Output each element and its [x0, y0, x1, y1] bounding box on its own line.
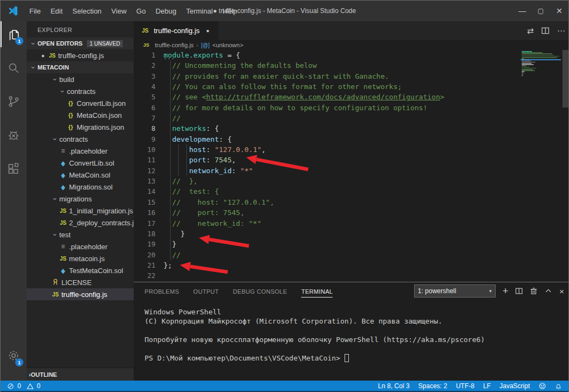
status-eol[interactable]: LF — [483, 382, 491, 390]
tab-truffle-config[interactable]: JS truffle-config.js ● — [134, 21, 218, 40]
breadcrumb-symbol[interactable]: <unknown> — [212, 42, 243, 48]
warnings-count[interactable]: 0 — [37, 382, 41, 390]
code-line-10[interactable]: 10 host: "127.0.0.1", — [134, 144, 569, 155]
status-indentation[interactable]: Spaces: 2 — [418, 382, 447, 390]
code-line-8[interactable]: 8 networks: { — [134, 123, 569, 134]
tree-item-contracts[interactable]: ›contracts — [27, 133, 134, 145]
panel-tab-terminal[interactable]: TERMINAL — [301, 286, 333, 298]
warnings-icon[interactable] — [27, 382, 34, 390]
indent-guide — [186, 166, 187, 176]
code-line-9[interactable]: 9 development: { — [134, 134, 569, 144]
code-line-2[interactable]: 2 // Uncommenting the defaults below — [134, 60, 569, 71]
modified-dot-icon[interactable]: ● — [39, 53, 47, 59]
project-section-header[interactable]: › METACOIN — [27, 61, 134, 73]
feedback-smiley-icon[interactable] — [539, 382, 546, 390]
modified-dot-icon[interactable]: ● — [203, 28, 212, 34]
panel-tab-debug-console[interactable]: DEBUG CONSOLE — [233, 286, 287, 297]
code-line-1[interactable]: 1module.exports = {··· — [134, 50, 569, 60]
terminal-shell-select[interactable]: 1: powershell ▾ — [414, 284, 496, 298]
tree-item-testmetacoin-sol[interactable]: ◆TestMetaCoin.sol — [27, 264, 134, 276]
new-terminal-icon[interactable]: + — [503, 286, 509, 296]
tree-item-build[interactable]: ›build — [27, 73, 134, 85]
close-panel-icon[interactable]: × — [559, 287, 564, 295]
line-number: 1 — [134, 50, 155, 60]
status-encoding[interactable]: UTF-8 — [456, 382, 474, 390]
tree-item-test[interactable]: ›test — [27, 229, 134, 241]
code-line-18[interactable]: 18 } — [134, 229, 569, 239]
tree-item-label: Migrations.json — [77, 123, 124, 131]
code-line-7[interactable]: 7 // — [134, 113, 569, 123]
code-line-17[interactable]: 17 // network_id: "*" — [134, 218, 569, 229]
tree-item-2-deploy-contracts-js[interactable]: JS2_deploy_contracts.js — [27, 217, 134, 229]
menu-terminal[interactable]: Terminal — [181, 5, 217, 17]
errors-icon[interactable] — [7, 382, 14, 390]
activitybar-settings[interactable]: 1 — [1, 343, 27, 369]
tree-item-1-initial-migration-js[interactable]: JS1_initial_migration.js — [27, 205, 134, 217]
status-language-mode[interactable]: JavaScript — [499, 382, 530, 390]
code-line-5[interactable]: 5 // see <http://truffleframework.com/do… — [134, 92, 569, 102]
split-terminal-icon[interactable] — [515, 287, 523, 295]
code-line-12[interactable]: 12 network_id: "*" — [134, 166, 569, 176]
tree-item-migrations-json[interactable]: {}Migrations.json — [27, 121, 134, 133]
open-editors-header[interactable]: › OPEN EDITORS 1 UNSAVED — [27, 37, 134, 49]
activitybar-debug[interactable] — [1, 122, 27, 148]
close-button[interactable]: ✕ — [550, 1, 568, 21]
tree-item-migrations-sol[interactable]: ◆Migrations.sol — [27, 181, 134, 193]
activitybar-search[interactable] — [1, 55, 27, 81]
tree-item-metacoin-sol[interactable]: ◆MetaCoin.sol — [27, 169, 134, 181]
panel-tab-problems[interactable]: PROBLEMS — [145, 286, 179, 297]
status-cursor-position[interactable]: Ln 8, Col 3 — [378, 382, 410, 390]
activitybar-extensions[interactable] — [1, 156, 27, 182]
code-line-19[interactable]: 19 } — [134, 239, 569, 249]
activitybar-explorer[interactable]: 1 — [1, 21, 27, 47]
menu-selection[interactable]: Selection — [67, 5, 106, 17]
open-editor-item[interactable]: ●JStruffle-config.js — [27, 49, 134, 61]
code-line-6[interactable]: 6 // for more details on how to specify … — [134, 103, 569, 113]
terminal-output[interactable]: Windows PowerShell(C) Корпорация Майкрос… — [134, 301, 569, 363]
kill-terminal-trash-icon[interactable] — [530, 287, 537, 295]
menu-go[interactable]: Go — [132, 5, 151, 17]
menu-edit[interactable]: Edit — [46, 5, 67, 17]
code-line-4[interactable]: 4 // You can also follow this format for… — [134, 81, 569, 92]
tree-item-contracts[interactable]: ›contracts — [27, 85, 134, 97]
code-line-16[interactable]: 16 // port: 7545, — [134, 207, 569, 218]
code-line-21[interactable]: 21}; — [134, 260, 569, 270]
indent-guide — [170, 103, 171, 113]
breadcrumb-file[interactable]: truffle-config.js — [155, 42, 193, 48]
editor-scrollbar[interactable] — [562, 50, 569, 108]
menu-view[interactable]: View — [107, 5, 132, 17]
tree-item-metacoin-json[interactable]: {}MetaCoin.json — [27, 109, 134, 121]
tree-item-convertlib-sol[interactable]: ◆ConvertLib.sol — [27, 157, 134, 169]
split-editor-icon[interactable] — [541, 27, 549, 35]
code-text: } — [164, 229, 185, 239]
code-line-11[interactable]: 11 port: 7545, — [134, 155, 569, 165]
minimize-button[interactable]: — — [513, 1, 532, 21]
code-line-20[interactable]: 20 // — [134, 250, 569, 260]
outline-section-header[interactable]: › OUTLINE — [27, 368, 134, 381]
tree-item-truffle-config-js[interactable]: JStruffle-config.js — [27, 288, 134, 300]
notifications-bell-icon[interactable] — [555, 382, 562, 390]
maximize-panel-chevron-icon[interactable] — [545, 287, 552, 295]
panel-tab-output[interactable]: OUTPUT — [193, 286, 219, 297]
tree-item--placeholder[interactable]: ≡.placeholder — [27, 145, 134, 157]
code-line-15[interactable]: 15 // host: "127.0.0.1", — [134, 197, 569, 207]
code-line-13[interactable]: 13 // }, — [134, 176, 569, 186]
tree-item--placeholder[interactable]: ≡.placeholder — [27, 241, 134, 252]
more-actions-icon[interactable]: ⋯ — [557, 26, 565, 36]
code-line-14[interactable]: 14 // test: { — [134, 186, 569, 197]
activitybar-source-control[interactable] — [1, 88, 27, 115]
code-line-3[interactable]: 3 // provides for an easier quick-start … — [134, 71, 569, 81]
tree-item-convertlib-json[interactable]: {}ConvertLib.json — [27, 97, 134, 109]
code-line-22[interactable]: 22 — [134, 270, 569, 281]
tree-item-license[interactable]: LICENSE — [27, 276, 134, 288]
tree-item-migrations[interactable]: ›migrations — [27, 193, 134, 205]
code-editor[interactable]: 1module.exports = {···2 // Uncommenting … — [134, 50, 569, 282]
open-changes-icon[interactable]: ⇄ — [527, 26, 534, 36]
maximize-button[interactable]: ▢ — [532, 1, 550, 21]
breadcrumb[interactable]: JS truffle-config.js › [@] <unknown> — [134, 40, 569, 50]
menu-file[interactable]: File — [24, 5, 46, 17]
tree-item-label: ConvertLib.json — [77, 99, 126, 108]
tree-item-metacoin-js[interactable]: JSmetacoin.js — [27, 252, 134, 264]
menu-debug[interactable]: Debug — [151, 5, 181, 17]
errors-count[interactable]: 0 — [17, 382, 21, 390]
